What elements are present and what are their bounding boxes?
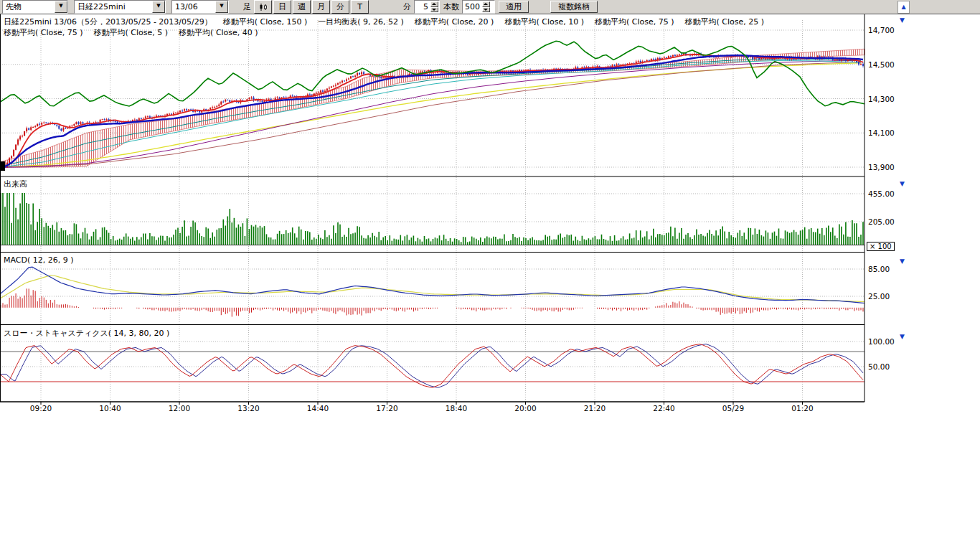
time-axis-label: 05/29 xyxy=(722,404,744,413)
chevron-down-icon[interactable]: ▼ xyxy=(55,1,67,13)
legend-item: 移動平均( Close, 40 ) xyxy=(179,27,258,38)
trading-chart-window: 先物 ▼ 日経225mini ▼ 13/06 ▼ 足 日週月分T 分 5 本数 xyxy=(0,0,980,551)
bar-count-value: 500 xyxy=(463,2,482,11)
legend-item: 移動平均( Close, 25 ) xyxy=(685,17,765,27)
candlestick-icon xyxy=(259,3,268,11)
time-axis-label: 22:40 xyxy=(653,404,674,413)
bar-type-label: 足 xyxy=(243,1,251,12)
spinner-icon[interactable] xyxy=(430,1,438,12)
time-axis-label: 12:00 xyxy=(169,404,190,413)
legend-item: 日経225mini 13/06（5分，2013/05/25 - 2013/05/… xyxy=(4,17,212,27)
macd-panel-arrow-button[interactable]: ▼ xyxy=(900,258,905,265)
time-axis-label: 01:20 xyxy=(791,404,813,413)
macd-axis-label: 85.00 xyxy=(868,265,890,273)
macd-axis-label: 25.00 xyxy=(868,292,890,301)
chart-legend-line-1: 日経225mini 13/06（5分，2013/05/25 - 2013/05/… xyxy=(4,17,764,27)
stoch-panel-arrow-button[interactable]: ▼ xyxy=(900,334,905,340)
instrument-type-select[interactable]: 先物 ▼ xyxy=(2,0,68,14)
price-axis-label: 14,300 xyxy=(868,95,895,103)
triangle-up-icon: ▲ xyxy=(901,4,905,10)
price-axis-label: 14,700 xyxy=(868,26,895,34)
toolbar: 先物 ▼ 日経225mini ▼ 13/06 ▼ 足 日週月分T 分 5 本数 xyxy=(0,0,980,14)
chevron-down-icon[interactable]: ▼ xyxy=(215,1,228,13)
spinner-up-icon[interactable] xyxy=(482,1,490,7)
bar-count-input[interactable]: 500 xyxy=(462,0,495,14)
price-level-marker xyxy=(0,161,5,171)
time-axis-label: 20:00 xyxy=(514,404,536,413)
legend-item: 移動平均( Close, 10 ) xyxy=(504,17,584,27)
time-axis-label: 10:40 xyxy=(99,404,121,413)
price-axis-label: 14,100 xyxy=(868,128,895,137)
volume-panel-arrow-button[interactable]: ▼ xyxy=(900,181,905,187)
legend-item: 移動平均( Close, 5 ) xyxy=(94,27,169,38)
spinner-icon[interactable] xyxy=(482,1,490,12)
stoch-axis-label: 50.00 xyxy=(868,362,890,371)
volume-axis-label: 205.00 xyxy=(868,217,895,226)
time-axis-label: 17:20 xyxy=(376,404,397,413)
time-axis-label: 09:20 xyxy=(30,404,52,413)
volume-multiplier-badge: × 100 xyxy=(867,242,895,251)
time-axis-label: 21:20 xyxy=(584,404,606,413)
chart-legend-line-2: 移動平均( Close, 75 )移動平均( Close, 5 )移動平均( C… xyxy=(4,27,258,38)
macd-panel-label: MACD( 12, 26, 9 ) xyxy=(4,255,74,265)
price-axis-label: 13,900 xyxy=(868,163,895,171)
apply-button[interactable]: 適用 xyxy=(499,1,529,13)
volume-panel-label: 出来高 xyxy=(4,179,27,189)
period-button-月[interactable]: 月 xyxy=(312,0,330,14)
instrument-select[interactable]: 日経225mini ▼ xyxy=(74,0,166,14)
legend-item: 一目均衡表( 9, 26, 52 ) xyxy=(318,17,404,27)
spinner-down-icon[interactable] xyxy=(430,7,438,13)
minute-value: 5 xyxy=(415,2,430,11)
spinner-up-icon[interactable] xyxy=(430,1,438,7)
legend-item: 移動平均( Close, 20 ) xyxy=(415,17,494,27)
volume-axis-label: 455.00 xyxy=(868,189,895,198)
period-button-分[interactable]: 分 xyxy=(331,0,349,14)
stoch-panel-label: スロー・ストキャスティクス( 14, 3, 80, 20 ) xyxy=(4,328,169,339)
time-axis-label: 13:20 xyxy=(237,404,259,413)
period-button-日[interactable]: 日 xyxy=(273,0,291,14)
period-button-T[interactable]: T xyxy=(351,0,369,14)
minute-input[interactable]: 5 xyxy=(414,0,440,14)
spinner-down-icon[interactable] xyxy=(482,7,490,13)
minute-label: 分 xyxy=(403,1,411,12)
legend-item: 移動平均( Close, 75 ) xyxy=(595,17,674,27)
multi-symbol-button[interactable]: 複数銘柄 xyxy=(550,1,598,13)
contract-month-value: 13/06 xyxy=(172,2,215,11)
legend-item: 移動平均( Close, 150 ) xyxy=(223,17,308,27)
time-axis-label: 18:40 xyxy=(446,404,467,413)
scroll-up-button[interactable]: ▲ xyxy=(897,1,910,14)
price-panel-arrow-button[interactable]: ▼ xyxy=(900,17,905,24)
legend-item: 移動平均( Close, 75 ) xyxy=(4,27,83,38)
price-axis-label: 14,500 xyxy=(868,60,895,69)
instrument-type-value: 先物 xyxy=(3,1,55,12)
contract-month-select[interactable]: 13/06 ▼ xyxy=(171,0,229,14)
instrument-value: 日経225mini xyxy=(75,1,152,12)
stoch-axis-label: 100.00 xyxy=(868,337,895,346)
period-button-週[interactable]: 週 xyxy=(293,0,311,14)
chevron-down-icon[interactable]: ▼ xyxy=(152,1,165,13)
period-button-group: 日週月分T xyxy=(273,0,370,14)
time-axis-label: 14:40 xyxy=(307,404,329,413)
chart-canvas[interactable] xyxy=(0,0,980,430)
candlestick-style-button[interactable] xyxy=(254,0,272,14)
bar-count-label: 本数 xyxy=(443,1,459,12)
